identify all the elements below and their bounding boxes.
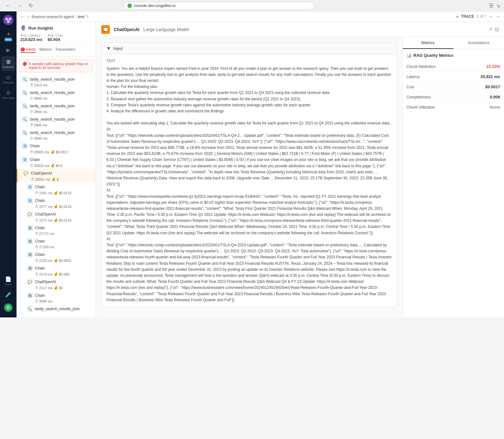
chatgpt-header-icon: 💬: [101, 25, 110, 34]
chain-icon-4: ⛓: [27, 197, 33, 204]
trace-item-chain-1[interactable]: ⛓ Chain ⏱ 20835 ms 💰 $0.0017: [17, 142, 96, 155]
chatgpt-badge-3b: 💰 $0: [54, 286, 63, 290]
trace-item-chatgpt-1[interactable]: 💬 ChatOpenAI ⏱ 20821 ms 💰 $: [17, 169, 96, 183]
next-trace-btn[interactable]: →: [496, 14, 500, 19]
nav-item-evaluate[interactable]: ⊞ Evaluate: [1, 56, 15, 71]
latency-metric-row: Latency 20,821 ms: [406, 72, 500, 82]
fullscreen-button[interactable]: ↘: [496, 3, 500, 9]
chain-badge-4a: ⏱ 1577 ms: [35, 204, 52, 209]
trace-item-search-6[interactable]: 🔍 tavily_search_results_json: [17, 304, 96, 313]
trace-item-chain-9[interactable]: ⛓ Chain ⏱ 3946 ms: [17, 291, 96, 304]
trace-item-chain-4[interactable]: ⛓ Chain ⏱ 1577 ms 💰 $0.0124: [17, 196, 96, 210]
back-button[interactable]: ←: [4, 2, 13, 9]
input-title: Input: [113, 46, 123, 51]
nav-item-run[interactable]: ▶: [1, 44, 15, 56]
refresh-button[interactable]: ↻: [27, 2, 35, 9]
chain-badge-1b: 💰 $0.0017: [51, 150, 68, 154]
nav-item-flask[interactable]: 🧪: [1, 289, 15, 300]
trace-item-chain-5[interactable]: ⛓ Chain ⏱ 27171 ms: [17, 223, 96, 237]
trace-item-search-2[interactable]: 🔍 tavily_search_results_json ⏱ 2865 ms: [17, 88, 96, 102]
trace-title-label: TRACE: [461, 14, 474, 19]
trace-item-chain-2[interactable]: ⛓ Chain ⏱ 20825 ms 💰 $0.0: [17, 155, 96, 169]
latency-metric-value: 20,821 ms: [480, 74, 500, 79]
url-bar[interactable]: console.dev.rungalileo.io: [123, 2, 314, 10]
tab-parameters[interactable]: Parameters: [56, 47, 75, 53]
tab-annotations[interactable]: Annotations: [453, 37, 504, 49]
content-panels: ▼ Input Text System: You are a helpful f…: [96, 37, 504, 317]
input-section-header[interactable]: ▼ Input: [101, 43, 397, 54]
trace-badge-3: ⏱ 2865 ms: [30, 110, 47, 114]
agent-back-link[interactable]: ← ← finance-research-agent: [20, 14, 74, 19]
prev-trace-btn[interactable]: ←: [489, 14, 493, 19]
trace-item-chatgpt-3[interactable]: 💬 ChatOpenAI ⏱ 2117 ms 💰 $0: [17, 277, 96, 291]
chain-badge-3a: ⏱ 1581 ms: [35, 191, 52, 195]
trace-item-name-6: tavily_search_results_json: [35, 307, 93, 311]
forward-button[interactable]: →: [15, 2, 24, 9]
trace-item-chain-8[interactable]: ⛓ Chain ⏱ 2119 ms 💰 $0.000: [17, 264, 96, 277]
stats-row: Avg. Latency 210,623 ms Avg. Cost $0.004: [20, 33, 92, 42]
alert-bar: 🔴 6 samples with latency greater than or…: [19, 59, 93, 72]
browser-bar: ← → ↻ console.dev.rungalileo.io ☰ ↘: [0, 0, 504, 11]
expand-btn[interactable]: ↗: [488, 26, 492, 32]
alert-icon: 🔴: [23, 62, 27, 66]
chain-badge-6: ⏱ 27168 ms: [35, 245, 54, 249]
svg-point-1: [5, 18, 8, 20]
observe-icon: ◎: [6, 74, 10, 80]
trace-item-chatgpt-2[interactable]: 💬 ChatOpenAI ⏱ 1571 ms 💰 $0.0124: [17, 210, 96, 223]
cost-metric-label: Cost: [406, 85, 414, 89]
trace-item-chain-name-9: Chain: [35, 293, 93, 298]
trace-item-chatgpt-name-2: ChatOpenAI: [35, 212, 93, 216]
trace-item-search-5[interactable]: 🔍 tavily_search_results_json ⏱ 2865 ms: [17, 128, 96, 142]
app-logo: [3, 15, 14, 25]
cost-metric-value: $0.0017: [485, 84, 500, 89]
trace-item-chain-3[interactable]: ⛓ Chain ⏱ 1581 ms 💰 $0.0124: [17, 183, 96, 196]
input-section: ▼ Input Text System: You are a helpful f…: [101, 42, 397, 307]
bookmarks-button[interactable]: ☰: [489, 3, 494, 9]
chunk-attribution-row[interactable]: Chunk Attribution 33.33%: [406, 62, 500, 72]
trace-sidebar: 🔮 Run Insights Avg. Latency 210,623 ms A…: [17, 22, 96, 317]
nav-item-user[interactable]: G: [1, 301, 15, 314]
search-icon-4: 🔍: [22, 116, 28, 123]
trace-item-search-1[interactable]: 🔍 tavily_search_results_json ⏱ 3313 ms: [17, 75, 96, 88]
user-avatar: G: [4, 303, 12, 312]
svg-point-3: [7, 20, 10, 23]
input-text: System: You are a helpful finance expert…: [106, 66, 392, 303]
edit-icon[interactable]: ✎: [86, 14, 89, 19]
chain-icon-3: ⛓: [27, 184, 33, 190]
nav-item-observe[interactable]: ◎ Observe: [1, 72, 15, 87]
security-icon: [127, 3, 132, 8]
evaluate-icon: ⊞: [6, 59, 10, 65]
tab-metrics[interactable]: Metrics: [403, 37, 453, 49]
chain-icon-5: ⛓: [27, 225, 33, 231]
nav-item-docs[interactable]: 📄 Docs: [1, 274, 15, 289]
svg-point-2: [9, 18, 11, 20]
split-btn[interactable]: ⊟: [495, 26, 499, 32]
model-subtitle: Large Language Model: [143, 27, 189, 32]
trace-item-search-3[interactable]: 🔍 tavily_search_results_json ⏱ 2865 ms: [17, 102, 96, 115]
search-icon-2: 🔍: [22, 90, 28, 96]
nav-item-new[interactable]: ✦ New: [1, 29, 15, 44]
utilization-label: Chunk Utilization: [406, 105, 435, 110]
rag-title: RAG Quality Metrics: [413, 53, 453, 58]
trace-item-chain-name-6: Chain: [35, 239, 93, 243]
trace-item-chain-name-4: Chain: [35, 198, 93, 203]
chunk-attribution-value: 33.33%: [486, 64, 500, 69]
chain-badge-1a: ⏱ 20835 ms: [30, 150, 49, 154]
chain-icon-2: ⛓: [22, 156, 28, 163]
chunk-attribution-label: Chunk Attribution: [406, 64, 435, 69]
trace-item-search-4[interactable]: 🔍 tavily_search_results_json ⏱ 2865 ms: [17, 115, 96, 128]
chatgpt-badge-2b: 💰 $0.0124: [54, 218, 72, 222]
tab-metrics[interactable]: Metrics: [39, 47, 52, 53]
completeness-row: Completeness 0.006: [406, 92, 500, 102]
trace-badge-1: ⏱ 3313 ms: [30, 83, 47, 87]
text-panel: ▼ Input Text System: You are a helpful f…: [96, 37, 402, 317]
right-panel-content: 📊 RAG Quality Metrics Chunk Attribution …: [403, 49, 504, 317]
rag-metrics-header: 📊 RAG Quality Metrics: [406, 53, 500, 58]
trace-item-chain-7[interactable]: ⛓ Chain ⏱ 2125 ms 💰 $0.0001: [17, 250, 96, 264]
trace-item-chain-6[interactable]: ⛓ Chain ⏱ 27168 ms: [17, 237, 96, 250]
chain-icon-9: ⛓: [27, 292, 33, 299]
tab-alerts[interactable]: 🔴 Alerts: [20, 47, 36, 53]
insights-header: 🔮 Run Insights Avg. Latency 210,623 ms A…: [17, 22, 96, 57]
nav-item-finetune[interactable]: ⚙ Fine-Tune: [1, 87, 15, 102]
main-panel-header: 💬 ChatOpenAI Large Language Model ↗ ⊟: [96, 22, 504, 37]
